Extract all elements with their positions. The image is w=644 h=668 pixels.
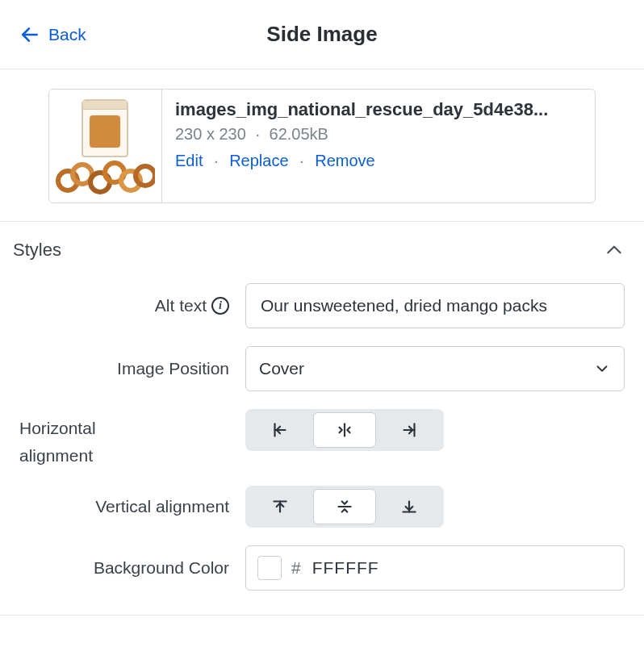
- asset-meta: images_img_national_rescue_day_5d4e38...…: [162, 90, 595, 202]
- asset-filename: images_img_national_rescue_day_5d4e38...: [175, 99, 582, 120]
- info-icon[interactable]: i: [211, 297, 229, 315]
- align-top-icon: [270, 496, 291, 517]
- alt-text-input-wrap: [245, 283, 625, 328]
- edit-link[interactable]: Edit: [175, 152, 203, 169]
- bg-color-label-col: Background Color: [19, 558, 245, 578]
- v-align-label: Vertical alignment: [95, 497, 229, 516]
- image-position-row: Image Position Cover: [19, 346, 625, 391]
- hash-symbol: #: [291, 558, 301, 578]
- image-position-label-col: Image Position: [19, 359, 245, 378]
- align-middle-v-icon: [334, 496, 355, 517]
- back-button[interactable]: Back: [0, 24, 86, 45]
- align-bottom-icon: [399, 496, 420, 517]
- color-swatch[interactable]: [257, 556, 282, 580]
- asset-actions: Edit · Replace · Remove: [175, 152, 582, 170]
- h-align-segmented: [245, 409, 444, 451]
- v-align-label-col: Vertical alignment: [19, 497, 245, 516]
- asset-filesize: 62.05kB: [270, 125, 328, 143]
- alt-text-input[interactable]: [259, 295, 611, 316]
- v-align-bottom-button[interactable]: [378, 489, 441, 524]
- chevron-up-icon: [604, 240, 625, 261]
- bg-color-row: Background Color #: [19, 545, 625, 591]
- h-align-label-col: Horizontal alignment: [19, 409, 245, 468]
- align-left-icon: [270, 420, 291, 440]
- h-align-left-button[interactable]: [249, 412, 312, 448]
- arrow-left-icon: [19, 24, 40, 45]
- bg-color-input-wrap: #: [245, 545, 625, 591]
- image-position-value: Cover: [259, 359, 304, 378]
- alt-text-label: Alt text: [155, 296, 207, 315]
- h-align-label-line1: Horizontal: [19, 417, 96, 440]
- asset-thumbnail[interactable]: [49, 90, 162, 202]
- panel-title: Side Image: [0, 22, 644, 47]
- back-label: Back: [48, 25, 86, 44]
- alt-text-label-col: Alt text i: [19, 296, 245, 315]
- image-position-label: Image Position: [117, 359, 229, 378]
- bg-color-label: Background Color: [94, 558, 229, 578]
- chevron-down-icon: [593, 360, 611, 378]
- styles-section-title: Styles: [13, 240, 61, 261]
- h-align-label-line2: alignment: [19, 445, 93, 467]
- panel-header: Back Side Image: [0, 0, 644, 69]
- asset-dimensions-row: 230 x 230 · 62.05kB: [175, 125, 582, 144]
- replace-link[interactable]: Replace: [229, 152, 288, 169]
- thumbnail-image: [54, 94, 157, 198]
- styles-form: Alt text i Image Position Cover Horizont…: [0, 267, 644, 616]
- h-align-right-button[interactable]: [378, 412, 441, 448]
- v-align-row: Vertical alignment: [19, 486, 625, 528]
- image-position-select[interactable]: Cover: [245, 346, 625, 391]
- v-align-middle-button[interactable]: [313, 489, 376, 524]
- separator-dot: ·: [255, 125, 260, 143]
- v-align-top-button[interactable]: [249, 489, 312, 524]
- asset-card: images_img_national_rescue_day_5d4e38...…: [48, 89, 596, 203]
- remove-link[interactable]: Remove: [315, 152, 374, 169]
- separator-dot: ·: [299, 152, 304, 169]
- h-align-center-button[interactable]: [313, 412, 376, 448]
- align-right-icon: [399, 420, 420, 440]
- bg-color-hex-input[interactable]: [311, 557, 525, 578]
- v-align-segmented: [245, 486, 444, 528]
- asset-card-section: images_img_national_rescue_day_5d4e38...…: [0, 69, 644, 222]
- asset-dimensions: 230 x 230: [175, 125, 246, 143]
- separator-dot: ·: [214, 152, 219, 169]
- alt-text-row: Alt text i: [19, 283, 625, 328]
- styles-section-header[interactable]: Styles: [0, 222, 644, 267]
- h-align-row: Horizontal alignment: [19, 409, 625, 468]
- align-center-h-icon: [334, 420, 355, 440]
